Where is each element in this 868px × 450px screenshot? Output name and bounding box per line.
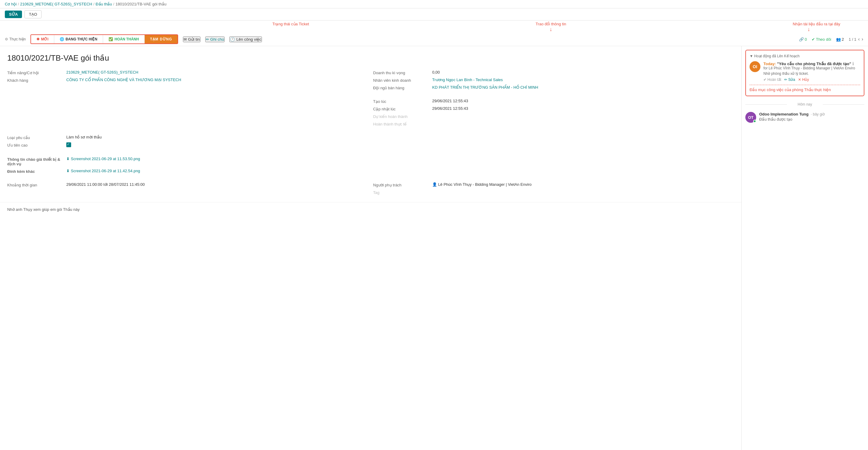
khoang-thoi-gian-value: 29/06/2021 11:00:00 tới 28/07/2021 11:45… xyxy=(66,182,368,187)
sua-button[interactable]: SỬA xyxy=(5,10,22,18)
uu-tien-label: Ưu tiên cao xyxy=(7,142,61,148)
tao-luc-value: 29/06/2021 12:55:43 xyxy=(432,99,734,103)
step-dang-thuc-hien[interactable]: 🌐 ĐANG THỰC HIỆN xyxy=(54,35,103,43)
pagination: 1 / 1 ‹ › xyxy=(849,36,863,42)
hoan-tat-button[interactable]: ✔ Hoàn tất xyxy=(764,78,781,82)
status-steps: ✱ MỚI 🌐 ĐANG THỰC HIỆN ✅ HOÀN THÀNH TẠM … xyxy=(30,34,178,44)
sua-activity-button[interactable]: ✏ Sửa xyxy=(784,78,795,82)
moi-icon: ✱ xyxy=(36,37,39,41)
right-panel: ▼ Hoạt động đã Lên Kế hoạch OI Today: "Y… xyxy=(741,46,868,450)
left-panel: 18010/2021/TB-VAE gói thầu Tiềm năng/Cơ … xyxy=(0,46,741,450)
globe-icon: 🌐 xyxy=(60,37,64,41)
cap-nhat-label: Cập nhật lúc xyxy=(373,106,427,111)
loai-yeu-cau-label: Loại yêu cầu xyxy=(7,135,61,140)
khach-hang-label: Khách hàng xyxy=(7,78,61,83)
du-kien-label: Dự kiến hoàn thành xyxy=(373,114,427,119)
activity-avatar: OI xyxy=(749,61,761,72)
nhan-vien-value[interactable]: Trương Ngọc Lan Bình - Technical Sales xyxy=(432,78,734,82)
main-container: 18010/2021/TB-VAE gói thầu Tiềm năng/Cơ … xyxy=(0,46,868,450)
ghi-chu-button[interactable]: ✏ Ghi chú xyxy=(205,36,225,42)
breadcrumb-metone[interactable]: 210629_METONE( GT-526S)_SYSTECH xyxy=(20,2,92,6)
checkmark-icon: ✔ xyxy=(812,37,815,41)
divider-today: Hôm nay xyxy=(745,102,864,107)
tiem-nang-label: Tiềm năng/Cơ hội xyxy=(7,70,61,75)
breadcrumb: Cơ hội / 210629_METONE( GT-526S)_SYSTECH… xyxy=(0,0,868,8)
uu-tien-value xyxy=(66,142,368,148)
thong-tin-attachment: ⬇ Screenshot 2021-06-29 at 11.53.50.png xyxy=(66,156,368,161)
loai-yeu-cau-value: Làm hồ sơ mời thầu xyxy=(66,135,368,139)
breadcrumb-co-hoi[interactable]: Cơ hội xyxy=(5,2,17,6)
annotations-row: Trạng thái của Ticket Trao đổi thông tin… xyxy=(0,21,868,33)
khach-hang-value[interactable]: CÔNG TY CỔ PHẦN CÔNG NGHỆ VÀ THƯƠNG MẠI … xyxy=(66,78,368,82)
doanh-thu-value: 0,00 xyxy=(432,70,734,74)
cap-nhat-value: 29/06/2021 12:55:43 xyxy=(432,106,734,111)
khoang-thoi-gian-label: Khoảng thời gian xyxy=(7,182,61,187)
message-item: OT Odoo Implemenation Tung · bây giờ Đấu… xyxy=(742,109,868,126)
paperclip-badge[interactable]: 🔗 0 xyxy=(799,37,807,41)
tao-luc-label: Tạo lúc xyxy=(373,99,427,104)
note-icon: ✏ xyxy=(206,37,209,41)
activity-actions: ✔ Hoàn tất ✏ Sửa ✕ Hủy xyxy=(764,78,860,82)
breadcrumb-dau-thau[interactable]: Đấu thầu xyxy=(96,2,112,6)
uu-tien-checkbox[interactable] xyxy=(66,142,71,147)
pencil-icon: ✏ xyxy=(784,78,787,82)
step-tam-dung[interactable]: TẠM DỪNG xyxy=(145,35,178,43)
dinh-kem-attachment: ⬇ Screenshot 2021-06-29 at 11.42.54.png xyxy=(66,169,368,173)
gui-tin-button[interactable]: ✉ Gửi tin xyxy=(183,36,200,42)
annotation-trao-doi: Trao đổi thông tin ↓ xyxy=(535,22,566,33)
paperclip-icon: 🔗 xyxy=(799,37,804,41)
download-icon-1: ⬇ xyxy=(66,156,70,161)
attachment-2[interactable]: ⬇ Screenshot 2021-06-29 at 11.42.54.png xyxy=(66,169,368,173)
doi-ngu-label: Đội ngũ bán hàng xyxy=(373,85,427,90)
check-small-icon: ✔ xyxy=(764,78,767,82)
len-cong-viec-button[interactable]: 🕐 Lên công việc xyxy=(229,36,262,42)
person-icon: 👤 xyxy=(432,182,437,187)
nhan-vien-label: Nhân viên kinh doanh xyxy=(373,78,427,83)
tiem-nang-value[interactable]: 210629_METONE( GT-526S)_SYSTECH xyxy=(66,70,368,74)
form-grid: Tiềm năng/Cơ hội 210629_METONE( GT-526S)… xyxy=(7,70,734,195)
toolbar: SỬA TẠO xyxy=(0,8,868,21)
message-content: Odoo Implemenation Tung · bây giờ Đấu th… xyxy=(759,112,864,122)
activity-header: ▼ Hoạt động đã Lên Kế hoạch xyxy=(749,54,860,58)
next-button[interactable]: › xyxy=(862,36,863,42)
users-icon: 👥 xyxy=(836,37,841,41)
users-badge[interactable]: 👥 2 xyxy=(836,37,844,41)
huy-button[interactable]: ✕ Hủy xyxy=(798,78,809,82)
clock-icon: 🕐 xyxy=(230,37,235,41)
thong-tin-label: Thông tin chào giá thiết bị & dịch vụ xyxy=(7,156,61,166)
hoan-thanh-label: Hoàn thành thực tế xyxy=(373,121,427,126)
annotation-nhan-tai-lieu: Nhận tài liệu đầu ra tại đây ↓ xyxy=(793,22,840,33)
action-row: ⚙ Thực hiện ✱ MỚI 🌐 ĐANG THỰC HIỆN ✅ HOÀ… xyxy=(0,33,868,46)
gear-icon: ⚙ xyxy=(5,37,8,41)
doi-ngu-value[interactable]: KD PHÁT TRIỂN THỊ TRƯỜNG SẢN PHẨM - HỒ C… xyxy=(432,85,734,90)
info-icon[interactable]: ℹ xyxy=(852,61,854,66)
prev-button[interactable]: ‹ xyxy=(858,36,860,42)
tao-button[interactable]: TẠO xyxy=(24,10,41,19)
annotation-trang-thai: Trạng thái của Ticket xyxy=(273,22,309,33)
nguoi-phu-trach-label: Người phụ trách xyxy=(373,182,427,187)
form-content: 18010/2021/TB-VAE gói thầu Tiềm năng/Cơ … xyxy=(0,46,741,202)
doanh-thu-label: Doanh thu kì vọng xyxy=(373,70,427,75)
check-icon: ✅ xyxy=(108,37,113,41)
form-title: 18010/2021/TB-VAE gói thầu xyxy=(7,53,734,63)
dinh-kem-label: Đính kèm khác xyxy=(7,169,61,174)
activity-item: OI Today: "Yêu cầu cho phòng Thầu đã đượ… xyxy=(749,61,860,82)
thuc-hien-label: ⚙ Thực hiện xyxy=(5,37,26,41)
tag-label: Tag xyxy=(373,190,427,195)
breadcrumb-current: 18010/2021/TB-VAE gói thầu xyxy=(116,2,166,6)
activity-content: Today: "Yêu cầu cho phòng Thầu đã được t… xyxy=(764,61,860,82)
bottom-note: Nhờ anh Thụy xem giúp em gói Thầu này xyxy=(0,202,741,216)
activity-box: ▼ Hoạt động đã Lên Kế hoạch OI Today: "Y… xyxy=(745,50,864,96)
message-icon: ✉ xyxy=(184,37,187,41)
x-icon: ✕ xyxy=(798,78,801,82)
activity-annotation: Đầu mục công việc của phòng Thầu thực hi… xyxy=(749,87,831,92)
message-avatar: OT xyxy=(745,112,756,123)
step-hoan-thanh[interactable]: ✅ HOÀN THÀNH xyxy=(103,35,145,43)
online-indicator xyxy=(753,120,756,123)
nguoi-phu-trach-value: 👤 Lê Phúc Vĩnh Thụy - Bidding Manager | … xyxy=(432,182,734,187)
attachment-1[interactable]: ⬇ Screenshot 2021-06-29 at 11.53.50.png xyxy=(66,156,368,161)
download-icon-2: ⬇ xyxy=(66,169,70,173)
theo-doi-badge[interactable]: ✔ Theo dõi xyxy=(812,37,831,41)
step-moi[interactable]: ✱ MỚI xyxy=(31,35,54,43)
